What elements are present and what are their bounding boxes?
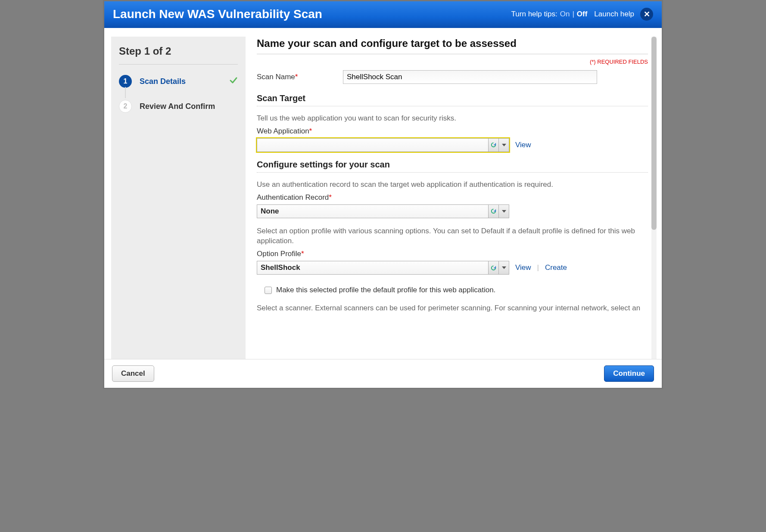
option-profile-description: Select an option profile with various sc… (257, 226, 655, 250)
required-star: * (329, 193, 332, 201)
refresh-icon (490, 265, 497, 271)
step-number-badge: 2 (119, 100, 132, 113)
wizard-sidebar: Step 1 of 2 1 Scan Details 2 Review And … (111, 37, 246, 359)
option-profile-value[interactable]: ShellShock (257, 261, 488, 274)
wizard-step-review-confirm[interactable]: 2 Review And Confirm (119, 97, 238, 122)
scan-name-row: Scan Name* (257, 66, 655, 93)
cancel-button[interactable]: Cancel (112, 365, 154, 382)
dialog-footer: Cancel Continue (104, 359, 662, 388)
refresh-button[interactable] (488, 261, 498, 274)
refresh-button[interactable] (488, 139, 498, 152)
page-heading: Name your scan and configure target to b… (257, 37, 648, 54)
label-text: Authentication Record (257, 193, 329, 201)
dialog-header: Launch New WAS Vulnerability Scan Turn h… (104, 1, 662, 28)
scanner-description: Select a scanner. External scanners can … (257, 303, 655, 317)
web-application-view-link[interactable]: View (515, 141, 531, 149)
dropdown-button[interactable] (498, 205, 509, 218)
checkmark-icon (229, 76, 238, 87)
scan-name-label: Scan Name* (257, 73, 343, 81)
required-fields-note: (*) REQUIRED FIELDS (257, 54, 655, 66)
web-application-label: Web Application* (257, 127, 655, 138)
configure-settings-heading: Configure settings for your scan (257, 160, 648, 173)
auth-record-label: Authentication Record* (257, 193, 655, 204)
option-profile-view-link[interactable]: View (515, 263, 531, 272)
launch-help-link[interactable]: Launch help (594, 10, 634, 19)
help-tips-label: Turn help tips: (511, 10, 557, 19)
option-profile-create-link[interactable]: Create (545, 263, 567, 272)
chevron-down-icon (502, 143, 506, 147)
scan-target-heading: Scan Target (257, 93, 648, 106)
step-indicator-title: Step 1 of 2 (119, 45, 238, 65)
main-panel: Name your scan and configure target to b… (246, 37, 657, 359)
refresh-icon (490, 142, 497, 148)
help-tips-on[interactable]: On (560, 10, 570, 19)
auth-record-combo[interactable]: None (257, 204, 509, 218)
link-separator: | (537, 263, 539, 272)
default-profile-checkbox[interactable] (265, 287, 272, 294)
option-profile-combo[interactable]: ShellShock (257, 261, 509, 275)
dialog-window: Launch New WAS Vulnerability Scan Turn h… (103, 0, 663, 389)
dropdown-button[interactable] (498, 261, 509, 274)
close-button[interactable]: ✕ (640, 8, 653, 21)
step-label: Scan Details (140, 77, 229, 86)
scan-target-description: Tell us the web application you want to … (257, 106, 655, 127)
help-tips-toggle: Turn help tips: On | Off (511, 10, 588, 19)
option-profile-row: ShellShock View | Create (257, 261, 655, 282)
auth-record-description: Use an authentication record to scan the… (257, 173, 655, 193)
chevron-down-icon (502, 209, 506, 213)
option-profile-label: Option Profile* (257, 250, 655, 261)
web-application-value[interactable] (257, 139, 488, 152)
label-text: Web Application (257, 127, 309, 135)
scrollbar-track[interactable] (651, 37, 657, 359)
help-tips-separator: | (572, 10, 574, 19)
close-icon: ✕ (644, 9, 650, 19)
dialog-title: Launch New WAS Vulnerability Scan (113, 7, 511, 21)
refresh-icon (490, 208, 497, 214)
continue-button[interactable]: Continue (604, 365, 654, 382)
web-application-combo[interactable] (257, 138, 509, 152)
required-star: * (309, 127, 312, 135)
default-profile-checkbox-row: Make this selected profile the default p… (257, 282, 655, 303)
step-number-badge: 1 (119, 75, 132, 88)
scan-name-input[interactable] (343, 70, 597, 84)
dialog-body: Step 1 of 2 1 Scan Details 2 Review And … (104, 28, 662, 359)
refresh-button[interactable] (488, 205, 498, 218)
label-text: Scan Name (257, 73, 295, 81)
default-profile-checkbox-label: Make this selected profile the default p… (276, 286, 495, 294)
chevron-down-icon (502, 266, 506, 270)
wizard-steps: 1 Scan Details 2 Review And Confirm (119, 65, 238, 122)
step-connector (125, 87, 126, 98)
label-text: Option Profile (257, 250, 301, 258)
wizard-step-scan-details[interactable]: 1 Scan Details (119, 72, 238, 97)
web-application-row: View (257, 138, 655, 160)
help-tips-off[interactable]: Off (577, 10, 588, 19)
step-label: Review And Confirm (140, 102, 238, 111)
auth-record-value[interactable]: None (257, 205, 488, 218)
dropdown-button[interactable] (498, 139, 509, 152)
required-star: * (295, 73, 298, 81)
auth-record-row: None (257, 204, 655, 226)
required-star: * (301, 250, 304, 258)
scrollbar-thumb[interactable] (651, 37, 657, 230)
